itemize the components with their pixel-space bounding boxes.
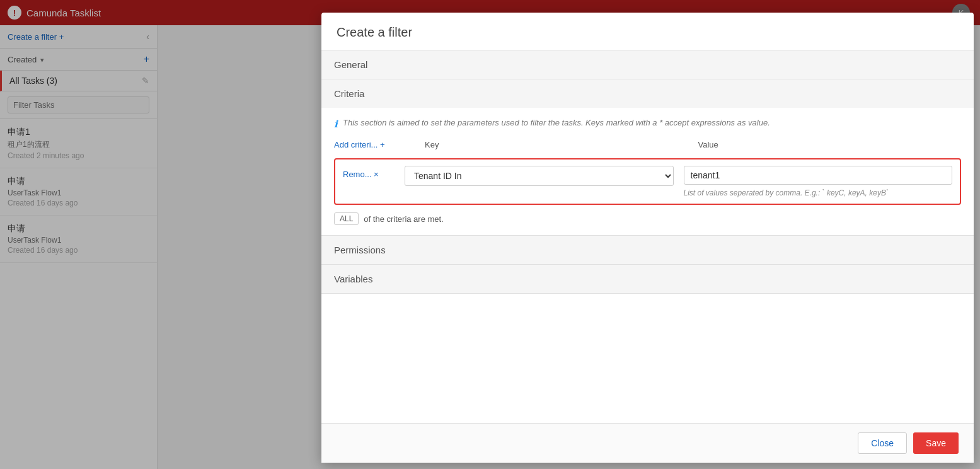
modal-header: Create a filter [321, 13, 974, 50]
general-section: General [321, 50, 974, 79]
variables-section-header[interactable]: Variables [321, 265, 974, 293]
remove-criteria-button[interactable]: Remo... × [343, 166, 400, 179]
info-icon: ℹ [334, 119, 338, 130]
modal-backdrop: Create a filter General Criteria ℹ This … [0, 0, 980, 469]
criteria-value-container: List of values seperated by comma. E.g.:… [679, 166, 953, 197]
save-button[interactable]: Save [913, 432, 959, 454]
criteria-section: Criteria ℹ This section is aimed to set … [321, 79, 974, 236]
add-criteria-button[interactable]: Add criteri... + [334, 140, 422, 149]
main-layout: Create a filter + ‹ Created ▾ + All Task… [0, 25, 980, 469]
variables-section: Variables [321, 265, 974, 294]
criteria-info-text: This section is aimed to set the paramet… [343, 118, 770, 127]
criteria-key-select[interactable]: Tenant ID In Process Instance ID Process… [405, 166, 674, 186]
general-section-header[interactable]: General [321, 50, 974, 79]
match-criteria: ALL of the criteria are met. [334, 212, 961, 225]
match-badge: ALL [334, 212, 359, 225]
criteria-key-header: Key [422, 140, 688, 149]
permissions-section-header[interactable]: Permissions [321, 236, 974, 264]
criteria-row-header: Add criteri... + Key Value [334, 140, 961, 152]
modal-body: General Criteria ℹ This section is aimed… [321, 50, 974, 423]
criteria-section-body: ℹ This section is aimed to set the param… [321, 108, 974, 235]
criteria-section-header[interactable]: Criteria [321, 79, 974, 108]
criteria-info: ℹ This section is aimed to set the param… [334, 118, 961, 130]
criteria-key-select-container: Tenant ID In Process Instance ID Process… [405, 166, 674, 186]
modal-footer: Close Save [321, 423, 974, 463]
match-text: of the criteria are met. [364, 214, 443, 224]
criteria-value-input[interactable] [684, 166, 953, 185]
permissions-section: Permissions [321, 236, 974, 265]
close-button[interactable]: Close [858, 432, 907, 454]
criteria-entry: Remo... × Tenant ID In Process Instance … [334, 158, 961, 205]
criteria-value-hint: List of values seperated by comma. E.g.:… [684, 188, 953, 197]
criteria-value-header: Value [688, 140, 962, 149]
modal-title: Create a filter [337, 25, 959, 40]
create-filter-modal: Create a filter General Criteria ℹ This … [321, 13, 974, 463]
